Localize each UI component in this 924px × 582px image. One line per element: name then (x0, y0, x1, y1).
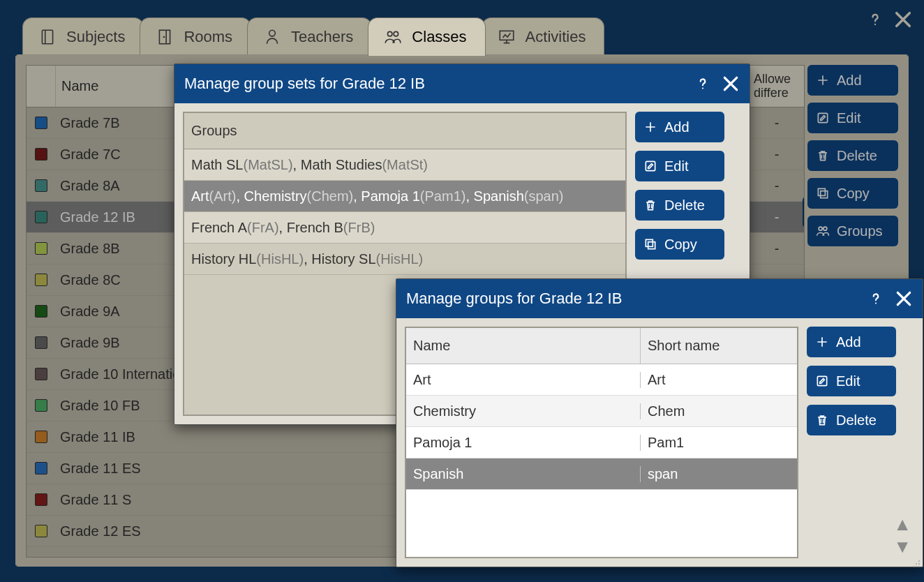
groups-table: Name Short name ArtArtChemistryChemPamoj… (405, 327, 798, 558)
tab-label: Teachers (291, 28, 353, 46)
copy-icon (643, 237, 657, 251)
tab-label: Activities (526, 28, 586, 46)
group-short: Pam1 (641, 435, 797, 451)
door-icon (156, 28, 174, 46)
groupset-add-button[interactable]: Add (635, 112, 724, 142)
groupset-delete-button[interactable]: Delete (635, 190, 724, 221)
main-close-icon[interactable] (893, 10, 913, 29)
modal-title: Manage group sets for Grade 12 IB (184, 75, 425, 93)
group-name: Art (406, 372, 641, 388)
plus-icon (815, 335, 829, 349)
groupset-edit-button[interactable]: Edit (635, 151, 724, 181)
groupset-row[interactable]: French A (FrA), French B (FrB) (184, 212, 625, 244)
modal-close-icon[interactable] (722, 75, 740, 93)
modal2-title: Manage groups for Grade 12 IB (406, 290, 622, 308)
resize-handle[interactable] (911, 555, 921, 565)
group-name: Pamoja 1 (406, 435, 641, 451)
group-sets-header[interactable]: Groups (184, 113, 625, 149)
presentation-icon (498, 28, 516, 46)
group-row[interactable]: Pamoja 1Pam1 (406, 427, 797, 458)
svg-rect-12 (646, 161, 655, 170)
group-edit-button[interactable]: Edit (807, 366, 896, 396)
group-short: Art (641, 372, 797, 388)
group-delete-button[interactable]: Delete (807, 405, 896, 435)
groupset-row[interactable]: History HL (HisHL), History SL (HisHL) (184, 244, 625, 275)
main-help-icon[interactable] (865, 10, 885, 29)
modal2-close-icon[interactable] (895, 290, 913, 308)
groupset-row[interactable]: Math SL (MatSL), Math Studies (MatSt) (184, 149, 625, 181)
group-add-button[interactable]: Add (807, 327, 896, 357)
tab-subjects[interactable]: Subjects (22, 17, 144, 56)
tab-teachers[interactable]: Teachers (247, 17, 372, 56)
tab-label: Classes (412, 28, 466, 46)
group-row[interactable]: Spanishspan (406, 458, 797, 490)
manage-groups-modal: Manage groups for Grade 12 IB Name Short… (396, 278, 923, 567)
group-name: Chemistry (406, 403, 641, 419)
move-down-arrow[interactable]: ▼ (893, 537, 911, 555)
edit-icon (643, 159, 657, 173)
groupset-copy-button[interactable]: Copy (635, 229, 724, 260)
group-name: Spanish (406, 466, 641, 482)
people-icon (384, 28, 402, 46)
group-row[interactable]: ChemistryChem (406, 396, 797, 427)
book-icon (38, 28, 57, 46)
svg-rect-13 (648, 242, 655, 249)
svg-point-3 (269, 30, 276, 36)
svg-rect-14 (646, 239, 653, 246)
modal2-help-icon[interactable] (867, 290, 885, 308)
trash-icon (643, 198, 657, 212)
tab-label: Subjects (66, 28, 125, 46)
move-up-arrow[interactable]: ▲ (893, 515, 911, 533)
groups-header-name[interactable]: Name (406, 328, 641, 364)
group-row[interactable]: ArtArt (406, 364, 797, 396)
svg-rect-15 (817, 376, 826, 385)
svg-point-2 (164, 36, 165, 37)
main-tabs: Subjects Rooms Teachers Classes Activiti… (22, 6, 600, 56)
tab-classes[interactable]: Classes (368, 17, 485, 56)
tab-rooms[interactable]: Rooms (140, 17, 251, 56)
trash-icon (815, 413, 829, 427)
tab-label: Rooms (184, 28, 232, 46)
modal-help-icon[interactable] (694, 75, 712, 93)
plus-icon (643, 120, 657, 134)
groupset-row[interactable]: Art (Art), Chemistry (Chem), Pamoja 1 (P… (184, 181, 625, 212)
svg-point-4 (388, 31, 393, 36)
svg-point-5 (394, 31, 398, 36)
groups-header-short[interactable]: Short name (641, 328, 797, 364)
group-short: span (641, 466, 797, 482)
person-icon (263, 28, 281, 46)
svg-rect-0 (42, 30, 52, 44)
tab-activities[interactable]: Activities (482, 17, 605, 56)
group-short: Chem (641, 403, 797, 419)
edit-icon (815, 374, 829, 388)
